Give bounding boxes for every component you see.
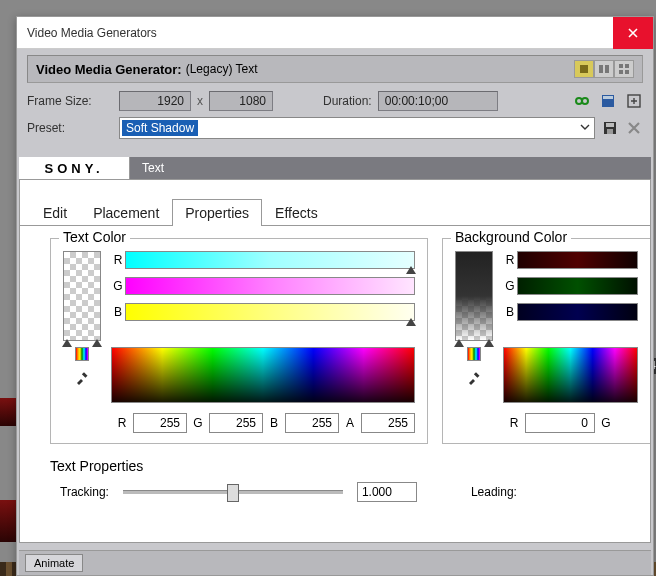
channel-label-g: G [111, 279, 125, 293]
triangle-icon [92, 336, 102, 350]
subtabs: Edit Placement Properties Effects [20, 198, 650, 226]
svg-rect-6 [625, 70, 629, 74]
bg-color-title: Background Color [451, 229, 571, 245]
replace-icon[interactable] [625, 92, 643, 110]
save-preset-icon[interactable] [601, 119, 619, 137]
view-toggles [574, 60, 634, 78]
bg-g-label: G [599, 416, 613, 430]
color-mode-icon[interactable] [75, 347, 89, 361]
generator-label: Video Media Generator: [36, 62, 182, 77]
view-single-button[interactable] [574, 60, 594, 78]
eyedropper-icon[interactable] [467, 371, 481, 385]
animate-button[interactable]: Animate [25, 554, 83, 572]
bg-r-input[interactable] [525, 413, 595, 433]
preset-value: Soft Shadow [122, 120, 198, 136]
triangle-icon [484, 336, 494, 350]
leading-label: Leading: [471, 485, 517, 499]
svg-rect-4 [625, 64, 629, 68]
svg-rect-2 [605, 65, 609, 73]
r-label: R [115, 416, 129, 430]
tab-placement[interactable]: Placement [80, 199, 172, 226]
text-color-title: Text Color [59, 229, 130, 245]
frame-width-input[interactable] [119, 91, 191, 111]
tracking-slider[interactable] [123, 490, 343, 494]
svg-rect-3 [619, 64, 623, 68]
tracking-label: Tracking: [60, 485, 109, 499]
bg-color-swatch[interactable] [455, 251, 493, 341]
triangle-icon [406, 315, 416, 329]
duration-label: Duration: [323, 94, 372, 108]
frame-size-label: Frame Size: [27, 94, 113, 108]
view-grid-button[interactable] [614, 60, 634, 78]
bg-channel-r: R [503, 253, 517, 267]
bg-r-slider[interactable] [517, 251, 638, 269]
toolbar: Video Media Generator: (Legacy) Text Fra… [17, 49, 653, 155]
window-title: Video Media Generators [27, 26, 157, 40]
channel-label-r: R [111, 253, 125, 267]
frame-sep: x [197, 94, 203, 108]
bg-channel-g: G [503, 279, 517, 293]
a-label: A [343, 416, 357, 430]
slider-thumb[interactable] [227, 484, 239, 502]
text-properties-title: Text Properties [50, 458, 650, 474]
text-color-swatch[interactable] [63, 251, 101, 341]
text-color-group: Text Color R G B [50, 238, 428, 444]
preset-label: Preset: [27, 121, 113, 135]
link-toggle-icon[interactable] [573, 92, 591, 110]
text-b-slider[interactable] [125, 303, 415, 321]
svg-rect-13 [606, 123, 614, 127]
svg-rect-14 [607, 129, 613, 134]
bg-r-label: R [507, 416, 521, 430]
text-a-input[interactable] [361, 413, 415, 433]
channel-label-b: B [111, 305, 125, 319]
svg-rect-10 [603, 96, 613, 99]
b-label: B [267, 416, 281, 430]
tab-properties[interactable]: Properties [172, 199, 262, 226]
bg-color-group: Background Color R G B [442, 238, 650, 444]
color-mode-icon[interactable] [467, 347, 481, 361]
svg-rect-0 [580, 65, 588, 73]
plugin-tabstrip: SONY. Text [19, 157, 651, 179]
triangle-icon [406, 263, 416, 277]
close-button[interactable] [613, 17, 653, 49]
triangle-icon [454, 336, 464, 350]
bg-g-slider[interactable] [517, 277, 638, 295]
text-color-gradient[interactable] [111, 347, 415, 403]
generator-name: (Legacy) Text [186, 62, 258, 76]
text-g-slider[interactable] [125, 277, 415, 295]
bg-rgb-sliders: R G B [503, 251, 638, 341]
duration-input[interactable] [378, 91, 498, 111]
text-b-input[interactable] [285, 413, 339, 433]
bg-channel-b: B [503, 305, 517, 319]
chevron-down-icon [580, 121, 590, 135]
triangle-icon [62, 336, 72, 350]
bg-b-slider[interactable] [517, 303, 638, 321]
svg-point-8 [582, 98, 588, 104]
top-tab-text[interactable]: Text [129, 157, 176, 179]
svg-rect-1 [599, 65, 603, 73]
close-icon [628, 28, 638, 38]
tab-effects[interactable]: Effects [262, 199, 331, 226]
tab-edit[interactable]: Edit [30, 199, 80, 226]
plugin-panel: Edit Placement Properties Effects Text C… [19, 179, 651, 543]
svg-rect-16 [474, 372, 480, 378]
eyedropper-icon[interactable] [75, 371, 89, 385]
sony-brand-tab[interactable]: SONY. [19, 157, 129, 179]
animate-bar: Animate [19, 550, 651, 575]
frame-height-input[interactable] [209, 91, 273, 111]
properties-icon[interactable] [599, 92, 617, 110]
media-generators-window: Video Media Generators Video Media Gener… [16, 16, 654, 576]
tracking-value-input[interactable] [357, 482, 417, 502]
svg-rect-5 [619, 70, 623, 74]
text-r-slider[interactable] [125, 251, 415, 269]
bg-color-gradient[interactable] [503, 347, 638, 403]
titlebar: Video Media Generators [17, 17, 653, 49]
delete-preset-icon[interactable] [625, 119, 643, 137]
view-split-button[interactable] [594, 60, 614, 78]
g-label: G [191, 416, 205, 430]
text-r-input[interactable] [133, 413, 187, 433]
text-g-input[interactable] [209, 413, 263, 433]
text-rgb-sliders: R G B [111, 251, 415, 341]
svg-rect-15 [82, 372, 88, 378]
preset-select[interactable]: Soft Shadow [119, 117, 595, 139]
